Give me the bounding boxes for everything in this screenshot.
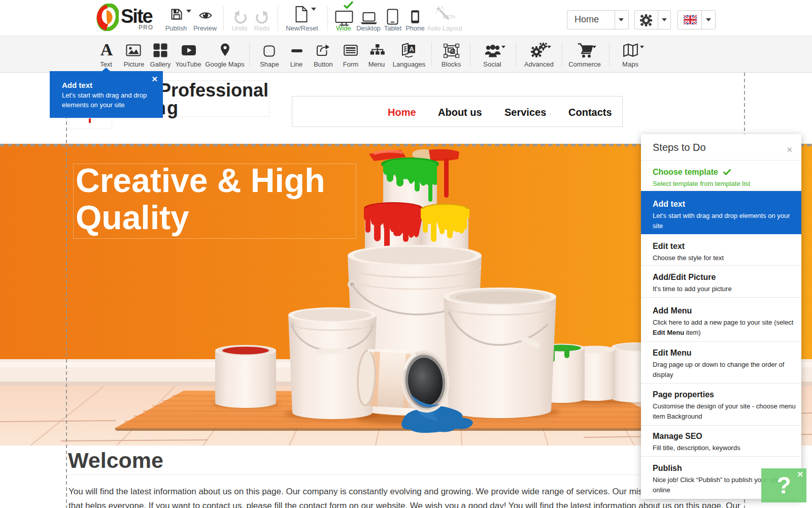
svg-text:A: A [410,46,414,53]
